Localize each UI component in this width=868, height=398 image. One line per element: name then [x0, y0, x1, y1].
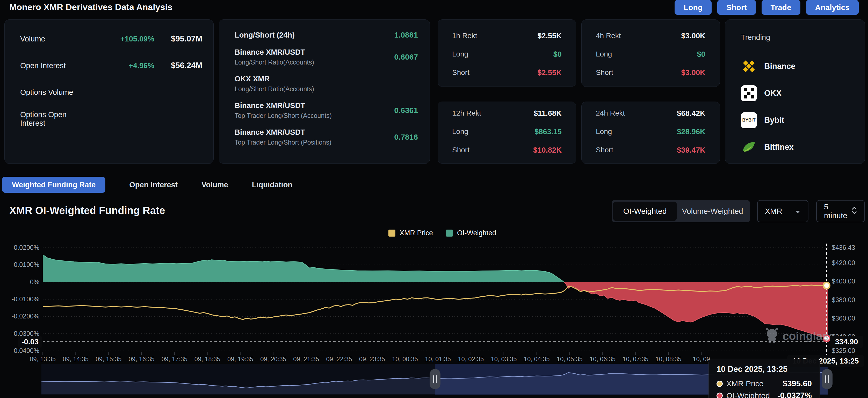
tooltip-series-dot	[716, 393, 723, 398]
tooltip-row: XMR Price$395.60	[716, 379, 812, 389]
navigator-left-handle[interactable]	[430, 369, 440, 389]
tooltip-series: OI-Weighted	[716, 391, 770, 398]
funding-rate-chart[interactable]	[0, 0, 868, 398]
tooltip-series-label: OI-Weighted	[726, 391, 770, 398]
tooltip-row: OI-Weighted-0.0327%	[716, 391, 812, 398]
navigator-right-handle[interactable]	[822, 369, 833, 389]
tooltip-series: XMR Price	[716, 379, 764, 388]
tooltip-series-dot	[716, 381, 723, 387]
tooltip-series-label: XMR Price	[726, 379, 764, 388]
crosshair-price-tag: 334.90	[830, 336, 863, 348]
watermark-text: coinglass	[782, 330, 835, 343]
app-root: Monero XMR Derivatives Data Analysis Lon…	[0, 0, 868, 398]
chart-tooltip: 10 Dec 2025, 13:25 XMR Price$395.60OI-We…	[709, 359, 820, 398]
tooltip-series-value: -0.0327%	[777, 391, 812, 398]
tooltip-series-value: $395.60	[783, 379, 812, 389]
coinglass-watermark: coinglass	[765, 328, 835, 345]
coinglass-bull-icon	[765, 328, 779, 345]
crosshair-y-tag: -0.03	[18, 336, 42, 348]
tooltip-date: 10 Dec 2025, 13:25	[716, 365, 812, 374]
